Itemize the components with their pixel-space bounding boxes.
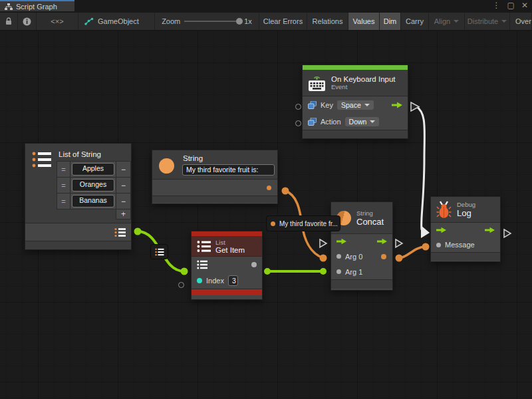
node-footer — [25, 241, 131, 249]
list-icon — [32, 151, 52, 168]
dim-label: Dim — [384, 17, 397, 25]
kebab-menu-icon[interactable]: ⋮ — [493, 1, 501, 10]
list-output-port[interactable] — [114, 227, 126, 237]
distribute-dropdown[interactable]: Distribute — [465, 13, 510, 30]
node-title: Log — [457, 208, 475, 218]
drag-handle[interactable]: = — [57, 162, 70, 177]
dim-toggle[interactable]: Dim — [380, 13, 401, 30]
drag-handle[interactable]: = — [57, 194, 70, 209]
chevron-down-icon — [501, 20, 507, 23]
keyboard-action-input-port[interactable] — [295, 120, 301, 126]
flow-output-port[interactable] — [377, 238, 387, 245]
lock-button[interactable] — [0, 13, 18, 30]
node-subtitle: Event — [331, 83, 396, 90]
hotkey-icon — [308, 101, 317, 109]
overview-button[interactable]: Overview — [510, 13, 532, 30]
getitem-index-port-hint[interactable] — [178, 282, 184, 288]
index-value-input[interactable]: 3 — [228, 275, 238, 286]
remove-item-button[interactable]: − — [116, 162, 130, 177]
node-list-of-string[interactable]: List of String = Apples − = Oranges − = … — [25, 143, 132, 250]
close-icon[interactable]: ✕ — [521, 1, 528, 10]
index-input-port[interactable] — [197, 278, 202, 283]
keyboard-key-input-port[interactable] — [295, 104, 301, 110]
chevron-down-icon — [370, 120, 375, 123]
list-item-input[interactable]: Oranges — [72, 179, 114, 192]
node-footer — [331, 279, 392, 289]
node-concat[interactable]: String Concat Arg 0 Arg 1 — [331, 201, 393, 291]
action-value: Down — [349, 118, 367, 126]
relations-label: Relations — [313, 17, 343, 25]
node-footer — [303, 130, 408, 138]
arg0-input-port[interactable] — [336, 254, 341, 259]
node-string-literal[interactable]: String My third favorite fruit is: — [152, 150, 278, 204]
node-title: Concat — [356, 217, 384, 227]
add-item-button[interactable]: + — [116, 209, 131, 219]
string-output-port[interactable] — [267, 186, 271, 190]
key-dropdown[interactable]: Space — [337, 100, 374, 110]
chevron-down-icon — [454, 20, 459, 23]
carry-label: Carry — [406, 17, 424, 25]
node-footer — [152, 196, 277, 203]
zoom-value: 1x — [244, 17, 252, 25]
node-title: String — [183, 154, 203, 162]
key-value: Space — [341, 101, 361, 109]
item-output-port[interactable] — [251, 262, 257, 267]
toolbar: <×> GameObject Zoom 1x Clear Errors Rela… — [0, 13, 532, 31]
clear-errors-button[interactable]: Clear Errors — [259, 13, 307, 30]
node-on-keyboard-input[interactable]: On Keyboard Input Event Key Space A — [302, 65, 408, 139]
node-get-item[interactable]: List Get Item Index 3 — [191, 231, 263, 300]
message-input-port[interactable] — [436, 243, 441, 247]
list-editor: = Apples − = Oranges − = Bananas − + — [57, 161, 131, 209]
values-label: Values — [353, 17, 375, 25]
list-value-badge — [150, 244, 168, 259]
result-output-port[interactable] — [381, 254, 386, 259]
node-subtitle: Debug — [457, 201, 475, 208]
zoom-slider-knob[interactable] — [236, 18, 243, 25]
flow-output-port[interactable] — [392, 102, 402, 108]
list-item-input[interactable]: Bananas — [72, 195, 114, 207]
string-value-badge: My third favorite fr... — [266, 215, 340, 231]
arg1-label: Arg 1 — [345, 268, 362, 276]
keyboard-icon — [308, 74, 326, 92]
values-toggle[interactable]: Values — [348, 13, 380, 30]
node-debug-log[interactable]: Debug Log Message — [430, 196, 501, 262]
clear-errors-label: Clear Errors — [263, 17, 303, 25]
string-value-input[interactable]: My third favorite fruit is: — [182, 164, 275, 176]
string-value-preview: My third favorite fr... — [279, 220, 338, 227]
flow-input-port[interactable] — [436, 227, 446, 233]
bug-icon — [436, 201, 452, 219]
unity-visual-scripting-window: Script Graph ⋮ ▢ ✕ <×> — [0, 0, 532, 399]
relations-button[interactable]: Relations — [307, 13, 348, 30]
code-view-button[interactable]: <×> — [37, 13, 78, 30]
arg1-input-port[interactable] — [336, 269, 341, 274]
align-label: Align — [434, 17, 450, 25]
list-item-row: = Oranges − — [57, 178, 130, 194]
list-icon — [155, 248, 164, 256]
remove-item-button[interactable]: − — [116, 194, 130, 209]
chevron-down-icon — [364, 104, 370, 106]
remove-item-button[interactable]: − — [116, 178, 130, 193]
list-item-input[interactable]: Apples — [72, 163, 114, 176]
action-dropdown[interactable]: Down — [345, 117, 380, 126]
list-item-row: = Apples − — [57, 162, 130, 178]
node-subtitle: String — [356, 209, 384, 217]
key-label: Key — [321, 101, 333, 109]
node-footer — [431, 252, 500, 261]
event-color-strip — [303, 65, 408, 70]
gameobject-target-button[interactable]: GameObject — [78, 13, 155, 30]
lock-icon — [5, 17, 12, 25]
list-input-port[interactable] — [197, 260, 207, 269]
flow-input-port[interactable] — [336, 238, 346, 245]
overview-label: Overview — [515, 17, 532, 25]
error-strip-top — [192, 231, 262, 236]
carry-button[interactable]: Carry — [401, 13, 429, 30]
drag-handle[interactable]: = — [57, 178, 70, 193]
zoom-slider[interactable] — [184, 21, 240, 22]
flow-output-port[interactable] — [485, 227, 495, 233]
tab-script-graph[interactable]: Script Graph — [0, 0, 74, 11]
inspect-button[interactable] — [18, 13, 37, 30]
maximize-icon[interactable]: ▢ — [507, 1, 515, 10]
zoom-label: Zoom — [162, 17, 180, 25]
align-dropdown[interactable]: Align — [429, 13, 465, 30]
title-bar: Script Graph ⋮ ▢ ✕ — [0, 0, 532, 13]
